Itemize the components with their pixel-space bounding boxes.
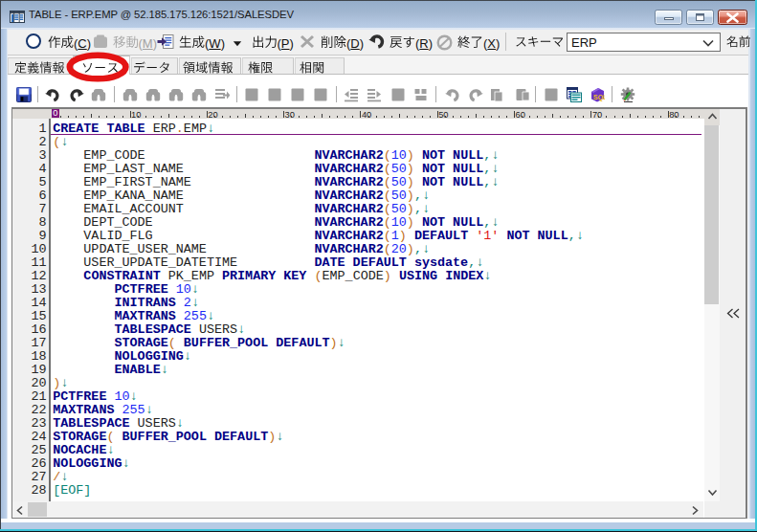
- svg-text:SQL: SQL: [593, 94, 605, 101]
